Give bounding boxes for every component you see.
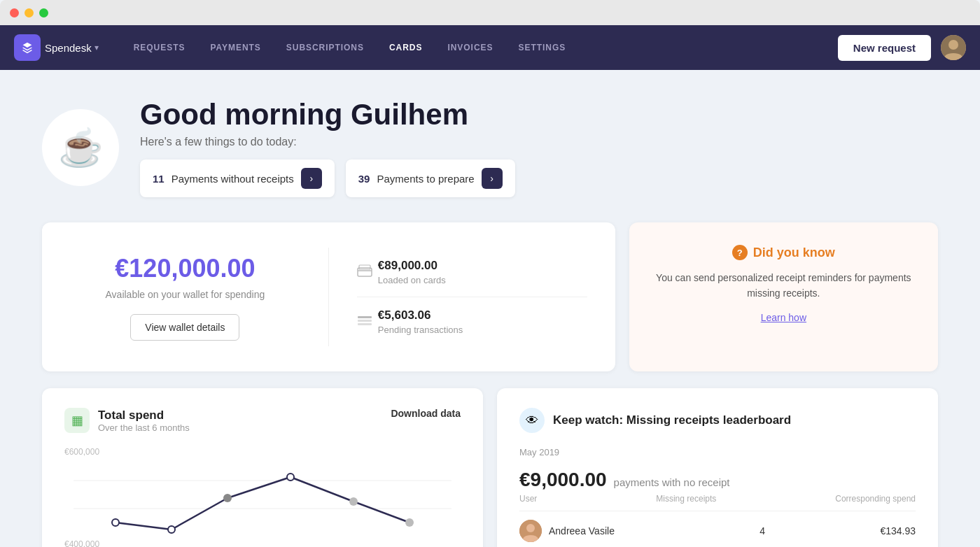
leader-spend-value: €134.93 (860, 525, 916, 537)
leaderboard-card: 👁 Keep watch: Missing receipts leaderboa… (497, 388, 938, 547)
spend-card-icon: ▦ (64, 408, 90, 433)
stat-loaded-on-cards: €89,000.00 Loaded on cards (357, 248, 587, 297)
leader-col-user: User (519, 494, 537, 504)
wallet-main: €120,000.00 Available on your wallet for… (70, 254, 300, 341)
dyk-title: ? Did you know (654, 245, 913, 260)
leader-col-missing: Missing receipts (656, 494, 716, 504)
leader-row-1: Andreea Vasile 4 €134.93 (519, 511, 916, 547)
payments-no-receipt-label: Payments without receipts (172, 173, 294, 185)
chart-y-label-400k: €400,000 (64, 539, 461, 547)
greeting-heading: Good morning Guilhem (140, 98, 515, 132)
spend-chart-svg (64, 460, 461, 537)
leader-title-row: 👁 Keep watch: Missing receipts leaderboa… (519, 408, 791, 433)
loaded-cards-icon (357, 264, 372, 280)
view-wallet-details-button[interactable]: View wallet details (130, 314, 239, 341)
payments-no-receipt-action[interactable]: 11 Payments without receipts › (140, 159, 335, 197)
wallet-card: €120,000.00 Available on your wallet for… (42, 222, 615, 371)
greeting-text: Good morning Guilhem Here's a few things… (140, 98, 515, 197)
nav-logo[interactable] (14, 34, 41, 61)
did-you-know-card: ? Did you know You can send personalized… (629, 222, 938, 371)
leader-table-header: User Missing receipts Corresponding spen… (519, 494, 916, 511)
svg-rect-4 (358, 316, 372, 318)
payments-prepare-label: Payments to prepare (377, 173, 474, 185)
svg-point-13 (349, 497, 358, 506)
total-spend-card: ▦ Total spend Over the last 6 months Dow… (42, 388, 483, 547)
leader-card-title: Keep watch: Missing receipts leaderboard (553, 413, 791, 427)
leader-col-spend: Corresponding spend (835, 494, 916, 504)
window-min-btn[interactable] (24, 8, 34, 17)
svg-point-16 (526, 524, 535, 532)
leader-icon: 👁 (519, 408, 545, 433)
window-close-btn[interactable] (10, 8, 19, 17)
leader-user-andreea: Andreea Vasile (519, 520, 615, 542)
nav-links: REQUESTS PAYMENTS SUBSCRIPTIONS CARDS IN… (121, 25, 838, 70)
new-request-button[interactable]: New request (838, 35, 931, 61)
leader-missing-count: 4 (709, 525, 765, 537)
pending-value: €5,603.06 (378, 308, 463, 322)
leader-amount-label: payments with no receipt (614, 476, 730, 488)
svg-point-11 (223, 494, 232, 502)
loaded-cards-value: €89,000.00 (378, 259, 446, 273)
andreea-avatar (519, 520, 542, 542)
svg-point-1 (948, 40, 958, 50)
spend-card-subtitle: Over the last 6 months (98, 422, 190, 433)
payments-no-receipt-count: 11 (153, 173, 164, 185)
nav-settings[interactable]: SETTINGS (505, 25, 578, 70)
chart-y-label-600k: €600,000 (64, 447, 461, 457)
wallet-label: Available on your wallet for spending (70, 289, 300, 300)
greeting-actions: 11 Payments without receipts › 39 Paymen… (140, 159, 515, 197)
stat-pending-transactions: €5,603.06 Pending transactions (357, 297, 587, 346)
payments-prepare-arrow[interactable]: › (482, 168, 503, 189)
cards-row: €120,000.00 Available on your wallet for… (42, 222, 938, 371)
svg-point-12 (287, 474, 294, 481)
dyk-icon: ? (732, 245, 748, 260)
payments-prepare-count: 39 (358, 173, 370, 185)
payments-no-receipt-arrow[interactable]: › (301, 168, 322, 189)
nav-brand-label: Spendesk (45, 42, 92, 54)
leader-amount-row: €9,000.00 payments with no receipt (519, 469, 916, 491)
leader-amount: €9,000.00 (519, 469, 607, 491)
pending-transactions-icon (357, 314, 372, 329)
spend-card-title: Total spend (98, 409, 190, 422)
window-max-btn[interactable] (39, 8, 48, 17)
leader-month: May 2019 (519, 447, 916, 457)
svg-rect-3 (359, 265, 370, 269)
spend-card-header: ▦ Total spend Over the last 6 months Dow… (64, 408, 461, 433)
greeting-illustration: ☕ (42, 109, 119, 186)
leader-user-name: Andreea Vasile (549, 525, 615, 537)
main-content: ☕ Good morning Guilhem Here's a few thin… (0, 70, 980, 547)
nav-payments[interactable]: PAYMENTS (197, 25, 273, 70)
wallet-stats: €89,000.00 Loaded on cards (328, 248, 587, 346)
svg-rect-5 (358, 320, 372, 322)
nav-cards[interactable]: CARDS (377, 25, 435, 70)
nav-right: New request (838, 35, 966, 61)
nav-requests[interactable]: REQUESTS (121, 25, 198, 70)
navbar: Spendesk ▾ REQUESTS PAYMENTS SUBSCRIPTIO… (0, 25, 980, 70)
bottom-row: ▦ Total spend Over the last 6 months Dow… (42, 388, 938, 547)
download-data-link[interactable]: Download data (391, 408, 461, 419)
dyk-body: You can send personalized receipt remind… (654, 270, 913, 301)
spend-title-group: Total spend Over the last 6 months (98, 409, 190, 433)
spend-title-row: ▦ Total spend Over the last 6 months (64, 408, 190, 433)
greeting-section: ☕ Good morning Guilhem Here's a few thin… (42, 98, 938, 197)
loaded-cards-label: Loaded on cards (378, 275, 446, 285)
svg-rect-6 (358, 323, 372, 325)
svg-point-14 (405, 518, 414, 527)
pending-label: Pending transactions (378, 325, 463, 335)
payments-prepare-action[interactable]: 39 Payments to prepare › (346, 159, 515, 197)
window-chrome (0, 0, 980, 25)
wallet-amount: €120,000.00 (70, 254, 300, 283)
svg-point-10 (168, 526, 175, 533)
dyk-title-text: Did you know (753, 246, 835, 260)
greeting-subtext: Here's a few things to do today: (140, 136, 515, 148)
nav-subscriptions[interactable]: SUBSCRIPTIONS (274, 25, 377, 70)
nav-invoices[interactable]: INVOICES (435, 25, 505, 70)
user-avatar[interactable] (941, 35, 966, 60)
spend-chart-area: €600,000 €400,000 (64, 447, 461, 538)
leader-card-header: 👁 Keep watch: Missing receipts leaderboa… (519, 408, 916, 433)
leader-title-group: Keep watch: Missing receipts leaderboard (553, 413, 791, 427)
dyk-learn-how-link[interactable]: Learn how (761, 312, 806, 323)
brand-dropdown-icon[interactable]: ▾ (94, 43, 99, 52)
svg-point-9 (112, 519, 119, 526)
